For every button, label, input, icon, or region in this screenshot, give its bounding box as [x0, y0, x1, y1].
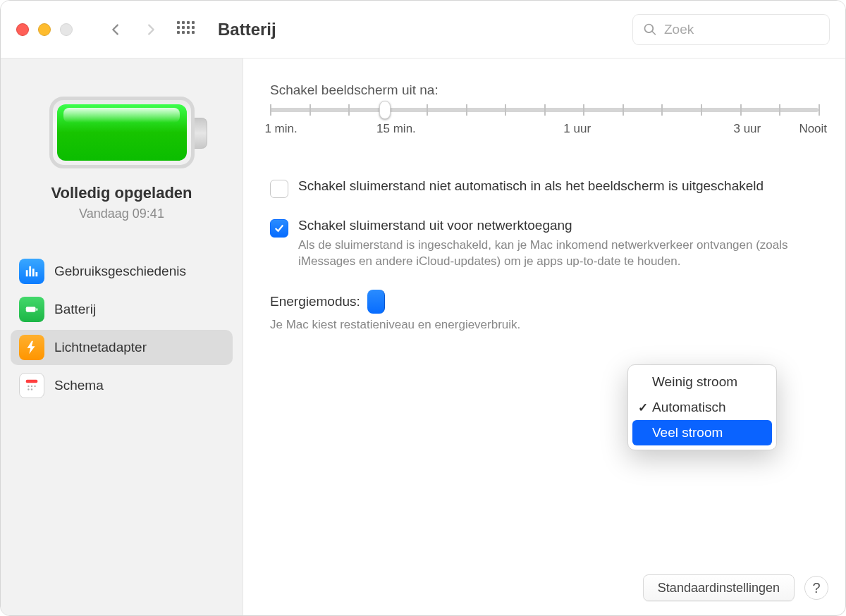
slider-label-1min: 1 min. — [264, 122, 297, 136]
sidebar: Volledig opgeladen Vandaag 09:41 Gebruik… — [1, 58, 243, 615]
svg-point-6 — [27, 388, 29, 390]
option-prevent-sleep: Schakel sluimerstand niet automatisch in… — [270, 178, 819, 198]
svg-rect-2 — [26, 380, 38, 383]
svg-point-4 — [31, 386, 32, 387]
display-off-slider[interactable]: 1 min. 15 min. 1 uur 3 uur Nooit — [270, 108, 819, 137]
help-button[interactable]: ? — [804, 576, 828, 600]
bolt-icon — [19, 335, 44, 360]
back-button[interactable] — [102, 16, 129, 43]
svg-rect-0 — [26, 307, 36, 312]
svg-point-5 — [34, 386, 35, 387]
energy-option-auto[interactable]: Automatisch — [632, 395, 772, 420]
svg-point-7 — [31, 388, 32, 390]
search-placeholder: Zoek — [664, 22, 694, 37]
slider-thumb[interactable] — [379, 101, 391, 119]
display-off-label: Schakel beeldscherm uit na: — [270, 82, 819, 98]
bar-chart-icon — [19, 259, 44, 284]
energy-mode-description: Je Mac kiest restatieniveau en energieve… — [270, 318, 819, 332]
checkbox-wake-for-network[interactable] — [270, 219, 288, 238]
battery-illustration — [49, 97, 195, 168]
sidebar-item-label: Batterij — [54, 302, 96, 317]
toolbar: Batterij Zoek — [1, 1, 845, 58]
energy-mode-select[interactable] — [367, 290, 385, 314]
close-window-button[interactable] — [16, 23, 29, 36]
option-title: Schakel sluimerstand niet automatisch in… — [298, 178, 764, 194]
window-controls — [16, 23, 73, 36]
body: Volledig opgeladen Vandaag 09:41 Gebruik… — [1, 58, 845, 615]
forward-button — [137, 16, 164, 43]
sidebar-item-label: Lichtnetadapter — [54, 340, 147, 355]
slider-label-nooit: Nooit — [799, 122, 827, 136]
sidebar-item-power-adapter[interactable]: Lichtnetadapter — [11, 330, 233, 365]
search-icon — [643, 23, 657, 37]
search-field[interactable]: Zoek — [632, 14, 830, 45]
checkbox-prevent-sleep[interactable] — [270, 180, 288, 198]
sidebar-item-schedule[interactable]: Schema — [11, 368, 233, 403]
battery-icon — [19, 297, 44, 322]
energy-mode-label: Energiemodus: — [270, 294, 360, 309]
content: Schakel beeldscherm uit na: — [243, 58, 845, 615]
option-description: Als de sluimerstand is ingeschakeld, kan… — [298, 238, 806, 270]
energy-mode-row: Energiemodus: — [270, 290, 819, 314]
option-title: Schakel sluimerstand uit voor netwerktoe… — [298, 218, 806, 233]
sidebar-item-label: Schema — [54, 378, 104, 393]
show-all-prefs-button[interactable] — [177, 21, 194, 38]
sidebar-item-usage-history[interactable]: Gebruiksgeschiedenis — [11, 254, 233, 289]
battery-status-subtitle: Vandaag 09:41 — [11, 207, 233, 221]
svg-point-3 — [27, 386, 29, 387]
zoom-window-button — [60, 23, 73, 36]
footer: Standaardinstellingen ? — [643, 574, 828, 601]
svg-rect-1 — [36, 308, 37, 311]
option-wake-for-network: Schakel sluimerstand uit voor netwerktoe… — [270, 218, 819, 270]
energy-mode-dropdown: Weinig stroom Automatisch Veel stroom — [627, 364, 777, 450]
energy-option-low[interactable]: Weinig stroom — [632, 369, 772, 395]
panel-title: Batterij — [218, 20, 276, 39]
slider-label-15min: 15 min. — [376, 122, 416, 136]
sidebar-item-battery[interactable]: Batterij — [11, 292, 233, 327]
minimize-window-button[interactable] — [38, 23, 51, 36]
slider-label-3uur: 3 uur — [733, 122, 761, 136]
restore-defaults-button[interactable]: Standaardinstellingen — [643, 574, 795, 601]
battery-status: Volledig opgeladen Vandaag 09:41 — [11, 184, 233, 221]
battery-status-title: Volledig opgeladen — [11, 184, 233, 202]
slider-label-1uur: 1 uur — [563, 122, 591, 136]
preferences-window: Batterij Zoek Volledig opgeladen Vandaag… — [0, 0, 846, 616]
energy-option-high[interactable]: Veel stroom — [632, 420, 772, 445]
sidebar-nav: Gebruiksgeschiedenis Batterij Lichtnetad… — [11, 254, 233, 403]
calendar-icon — [19, 373, 44, 398]
sidebar-item-label: Gebruiksgeschiedenis — [54, 264, 186, 279]
